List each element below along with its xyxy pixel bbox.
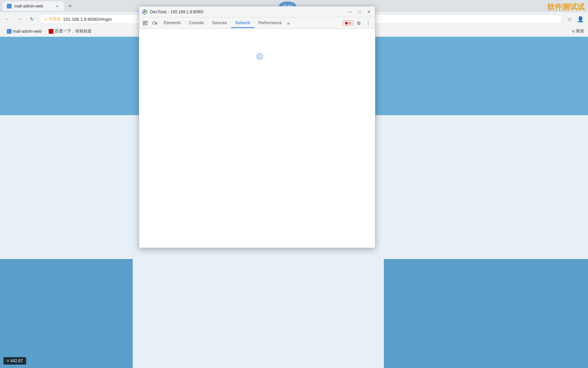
- bookmark-favicon-mall: [7, 29, 12, 34]
- bookmark-label-baidu: 百度一下，你就知道: [55, 28, 92, 34]
- new-tab-button[interactable]: +: [65, 1, 75, 11]
- tab-close-button[interactable]: ✕: [54, 3, 60, 9]
- devtools-close-button[interactable]: ✕: [365, 9, 372, 15]
- bookmark-item-mall[interactable]: mall-admin-web: [4, 28, 45, 34]
- reload-button[interactable]: ↻: [27, 14, 37, 24]
- devtools-titlebar: DevTools - 192.168.1.8:8090/ — □ ✕: [139, 6, 375, 17]
- bookmark-item-baidu[interactable]: 百度一下，你就知道: [46, 28, 94, 35]
- svg-rect-8: [156, 22, 157, 24]
- devtools-window: DevTools - 192.168.1.8:8090/ — □ ✕ Eleme…: [139, 6, 375, 248]
- bg-bottom-right: [384, 259, 588, 368]
- tab-title: mall-admin-web: [14, 4, 52, 9]
- devtools-favicon: [142, 9, 147, 15]
- devtools-maximize-button[interactable]: □: [356, 9, 363, 15]
- security-warning: ⚠ 不安全: [44, 16, 61, 22]
- reading-mode-icon: ≡: [572, 29, 574, 34]
- tab-sources[interactable]: Sources: [208, 18, 231, 28]
- devtools-settings-button[interactable]: ⚙: [355, 19, 363, 27]
- devtools-tabs: Elements Console Sources Network Perform…: [139, 17, 375, 29]
- error-count: 8: [349, 21, 351, 25]
- tab-network[interactable]: Network: [231, 18, 254, 28]
- inspect-element-button[interactable]: [141, 18, 150, 28]
- devtools-content-area: [139, 29, 375, 248]
- tab-performance[interactable]: Performance: [254, 18, 286, 28]
- devtools-title: DevTools - 192.168.1.8:8090/: [150, 10, 344, 14]
- bg-bottom-left: [0, 259, 133, 368]
- coord-badge: × 442.67: [3, 357, 26, 365]
- reading-mode-button[interactable]: ≡ 阅读: [572, 28, 584, 34]
- svg-rect-7: [153, 22, 156, 24]
- more-tabs-button[interactable]: »: [286, 20, 291, 26]
- tab-favicon: [7, 4, 12, 9]
- browser-tab[interactable]: mall-admin-web ✕: [3, 1, 64, 11]
- bookmark-favicon-baidu: [49, 29, 53, 34]
- devtools-more-button[interactable]: ⋮: [364, 19, 372, 27]
- devtools-tab-right: 8 ⚙ ⋮: [343, 19, 374, 27]
- bookmark-star-button[interactable]: ☆: [565, 14, 574, 24]
- back-button[interactable]: ←: [3, 14, 12, 24]
- svg-rect-2: [143, 21, 145, 23]
- forward-button[interactable]: →: [15, 14, 24, 24]
- tab-console[interactable]: Console: [185, 18, 208, 28]
- watermark: 软件测试试: [547, 2, 585, 12]
- svg-rect-4: [146, 21, 147, 23]
- profile-button[interactable]: 👤: [576, 14, 585, 24]
- toolbar-icons: ☆ 👤: [565, 14, 585, 24]
- tab-elements[interactable]: Elements: [160, 18, 185, 28]
- svg-rect-3: [143, 24, 145, 25]
- error-dot-icon: [345, 22, 348, 25]
- url-text: 192.168.1.8:8090/#/login: [63, 17, 112, 22]
- reading-mode-label: 阅读: [576, 28, 584, 34]
- device-mode-button[interactable]: [150, 18, 160, 28]
- error-badge[interactable]: 8: [343, 20, 353, 26]
- devtools-minimize-button[interactable]: —: [346, 9, 353, 15]
- bookmark-label-mall: mall-admin-web: [13, 29, 42, 34]
